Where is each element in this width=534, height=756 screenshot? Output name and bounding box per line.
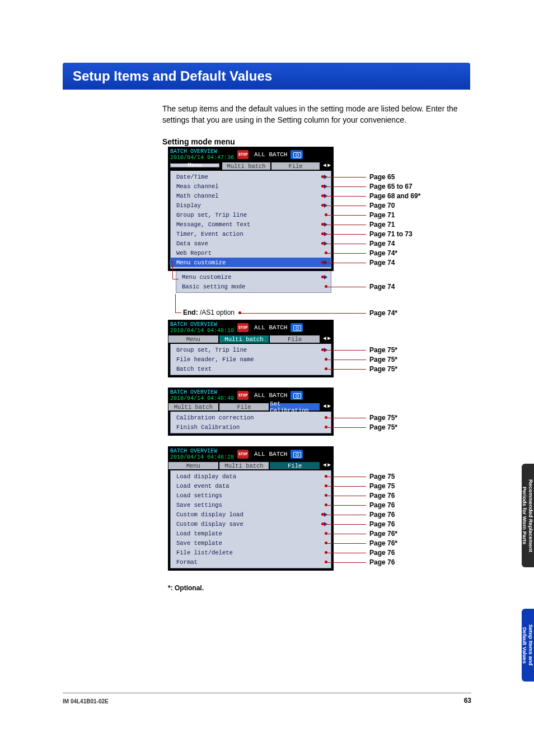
all-batch-label: ALL BATCH (254, 392, 287, 399)
side-tab-setup-items: Setup Items and Default Values (522, 609, 534, 682)
page-banner: Setup Items and Default Values (63, 63, 470, 90)
leader-line (324, 244, 366, 244)
page-reference: Page 76* (369, 530, 397, 538)
menu-item[interactable]: Date/Time (171, 172, 331, 181)
tab-scroll-arrows[interactable]: ◄► (320, 161, 334, 170)
page-reference: Page 74 (369, 259, 395, 267)
tab-file[interactable]: File (271, 161, 320, 170)
page-reference: Page 76 (369, 558, 395, 566)
page-reference: Page 75* (369, 423, 397, 431)
menu-item[interactable]: Display (171, 200, 331, 210)
page-reference: Page 76 (369, 549, 395, 557)
menu-item[interactable]: Custom display save (171, 519, 331, 529)
tab-multi-batch[interactable]: Multi batch (219, 461, 269, 469)
menu-item[interactable]: Menu customize (176, 272, 331, 282)
menu-item[interactable]: Save template (171, 538, 331, 548)
tab-multi-batch[interactable]: Multi batch (168, 402, 218, 410)
leader-line (327, 418, 366, 418)
side-tab-recommended-replacement: Recommended Replacement Periods for Worn… (522, 464, 534, 567)
leader-line (324, 177, 366, 178)
tab-scroll-arrows[interactable]: ◄► (320, 461, 334, 469)
tab-scroll-arrows[interactable]: ◄► (320, 402, 334, 410)
menu-item[interactable]: Load template (171, 529, 331, 538)
tab-set-calibration[interactable]: Set Calibration (270, 402, 320, 410)
menu-item-label: Finish Calibration (176, 424, 324, 431)
leader-line (327, 427, 366, 428)
menu-item[interactable]: Meas channel (171, 181, 331, 191)
leader-line (324, 206, 366, 206)
batch-overview-header: BATCH OVERVIEW 2010/04/14 04:47:36 (170, 148, 234, 161)
menu-item[interactable]: Custom display load (171, 510, 331, 519)
menu-item[interactable]: Calibration correction (171, 413, 331, 422)
tab-scroll-arrows[interactable]: ◄► (320, 334, 334, 343)
leader-line (327, 360, 366, 360)
leader-line (327, 486, 366, 487)
menu-item[interactable]: Save settings (171, 500, 331, 510)
leader-line (327, 553, 366, 553)
tab-menu[interactable]: Menu (168, 461, 218, 469)
stop-icon: STOP (237, 323, 249, 332)
banner-title: Setup Items and Default Values (73, 68, 272, 84)
leader-line (241, 313, 366, 314)
page-reference: Page 76 (369, 511, 395, 519)
page-reference: Page 75* (369, 365, 397, 373)
menu-item[interactable]: Group set, Trip line (171, 345, 331, 354)
all-batch-label: ALL BATCH (254, 324, 287, 331)
stop-icon: STOP (237, 450, 249, 459)
leader-line (327, 287, 366, 287)
page-reference: Page 74* (369, 249, 397, 257)
timestamp: 2010/04/14 04:48:28 (170, 454, 234, 460)
menu-item[interactable]: Menu customize (171, 258, 331, 267)
intro-text: The setup items and the default values i… (162, 103, 471, 126)
menu-item-label: Math channel (176, 193, 320, 199)
section-header: Setting mode menu (162, 137, 235, 146)
menu-item[interactable]: Timer, Event action (171, 229, 331, 239)
stop-icon: STOP (237, 391, 249, 400)
menu-item-label: Data save (176, 240, 320, 247)
menu-item[interactable]: Load event data (171, 481, 331, 491)
menu-item[interactable]: File header, File name (171, 354, 331, 364)
page-reference: Page 76 (369, 520, 395, 528)
tab-menu[interactable]: Menu (170, 162, 219, 167)
tab-file[interactable]: File (270, 334, 320, 343)
leader-line (327, 505, 366, 506)
leader-line (324, 350, 366, 351)
tab-multi-batch[interactable]: Multi batch (222, 161, 270, 170)
menu-item[interactable]: Load display data (171, 472, 331, 481)
page-number: 63 (464, 697, 471, 704)
menu-item[interactable]: Math channel (171, 191, 331, 200)
menu-item[interactable]: File list/delete (171, 548, 331, 557)
menu-item[interactable]: Batch text (171, 364, 331, 374)
menu-item-label: Load settings (176, 492, 324, 499)
batch-overview-header: BATCH OVERVIEW 2010/04/14 04:48:10 (170, 321, 234, 334)
device-screenshot-3: BATCH OVERVIEW 2010/04/14 04:48:49 STOP … (168, 388, 334, 436)
menu-item[interactable]: Load settings (171, 491, 331, 500)
timestamp: 2010/04/14 04:48:49 (170, 395, 234, 402)
device-submenu-1: Menu customizeBasic setting mode (168, 271, 334, 295)
menu-item[interactable]: Basic setting mode (176, 282, 331, 291)
side-tab-label: Setup Items and Default Values (522, 624, 534, 665)
batch-overview-header: BATCH OVERVIEW 2010/04/14 04:48:49 (170, 389, 234, 402)
tab-menu[interactable]: Menu (168, 334, 218, 343)
footer-doc-code: IM 04L41B01-02E (63, 698, 109, 704)
optional-note: *: Optional. (168, 584, 204, 592)
page-reference: Page 71 to 73 (369, 230, 413, 238)
menu-item-label: Message, Comment Text (176, 221, 320, 228)
menu-item[interactable]: Web Report (171, 248, 331, 258)
leader-line (324, 263, 366, 263)
all-batch-label: ALL BATCH (254, 451, 287, 458)
menu-item-label: Load event data (176, 483, 324, 489)
menu-item[interactable]: Message, Comment Text (171, 220, 331, 229)
menu-item[interactable]: Data save (171, 239, 331, 248)
tab-multi-batch[interactable]: Multi batch (219, 334, 269, 343)
tab-file[interactable]: File (270, 461, 320, 469)
page-reference: Page 76* (369, 539, 397, 547)
menu-item[interactable]: Group set, Trip line (171, 210, 331, 220)
menu-item-label: Custom display load (176, 511, 320, 518)
submenu-arrow-icon (324, 275, 327, 279)
tab-file[interactable]: File (219, 402, 269, 410)
menu-item[interactable]: Finish Calibration (171, 422, 331, 432)
stop-icon: STOP (237, 150, 249, 159)
menu-item-label: Batch text (176, 366, 324, 372)
menu-item[interactable]: Format (171, 557, 331, 567)
